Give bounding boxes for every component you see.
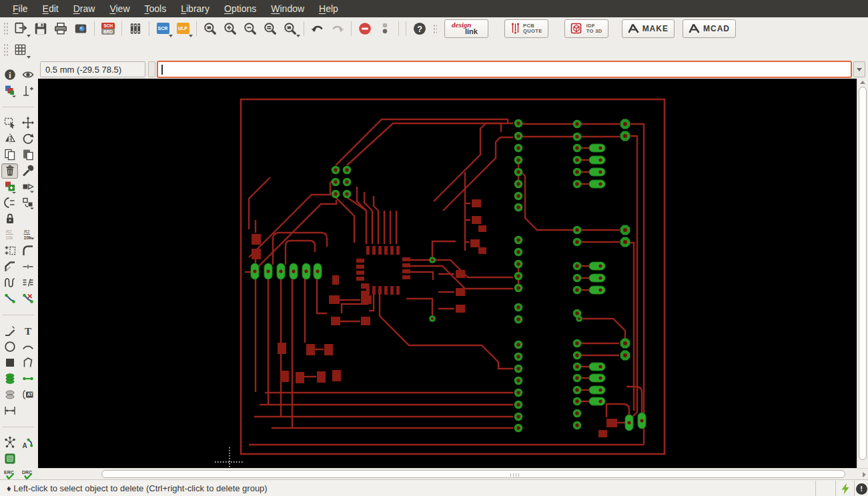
tool-text[interactable]: T — [19, 323, 36, 339]
tool-change[interactable] — [19, 163, 36, 179]
switch-sch-brd-button[interactable]: SCH BRD — [98, 19, 118, 38]
tool-ratsnest[interactable] — [1, 435, 18, 451]
tool-dimension[interactable] — [1, 403, 18, 419]
tool-split[interactable] — [1, 259, 18, 275]
scroll-right-arrow-icon[interactable] — [863, 472, 866, 477]
tool-meander[interactable] — [1, 275, 18, 291]
menu-view[interactable]: View — [102, 0, 137, 17]
run-ulp-button[interactable]: ULP — [173, 19, 193, 38]
save-button[interactable] — [31, 19, 51, 38]
design-link-button[interactable]: design link — [444, 19, 488, 38]
tool-signal[interactable] — [19, 371, 36, 387]
idf-to-3d-button[interactable]: IDF TO 3D — [564, 19, 608, 38]
undo-button[interactable] — [308, 19, 328, 38]
toolbar-drag-handle[interactable] — [3, 22, 9, 35]
tool-name[interactable]: R210k — [1, 227, 18, 243]
status-error-indicator[interactable]: ! — [854, 481, 868, 496]
tool-design-rules[interactable] — [1, 451, 18, 467]
wire-icon — [3, 324, 17, 337]
tool-smash[interactable] — [1, 243, 18, 259]
zoom-in-button[interactable] — [220, 19, 240, 38]
tool-ripup[interactable] — [19, 291, 36, 307]
menu-help[interactable]: Help — [312, 0, 346, 17]
toolbar-separator — [196, 21, 197, 36]
tool-mirror[interactable] — [1, 131, 18, 147]
tool-delete[interactable] — [1, 163, 18, 179]
library-manager-button[interactable] — [125, 19, 145, 38]
tool-optimize[interactable] — [19, 259, 36, 275]
tool-show[interactable] — [19, 67, 36, 83]
tool-paste[interactable] — [19, 147, 36, 163]
menu-file[interactable]: File — [5, 0, 35, 17]
command-input[interactable] — [157, 61, 852, 78]
help-icon: ? — [412, 21, 427, 36]
tool-route[interactable] — [1, 291, 18, 307]
open-document-icon — [13, 21, 28, 36]
export-image-button[interactable] — [71, 19, 91, 38]
tool-order[interactable] — [19, 275, 36, 291]
tool-copy[interactable] — [1, 147, 18, 163]
tool-mark[interactable] — [19, 83, 36, 99]
pcb-quote-button[interactable]: PCB QUOTE — [504, 19, 548, 38]
horizontal-scrollbar-thumb[interactable] — [101, 470, 845, 478]
board-canvas[interactable] — [38, 79, 857, 468]
tool-info[interactable]: i — [1, 67, 18, 83]
menu-edit[interactable]: Edit — [35, 0, 66, 17]
tool-rotate[interactable] — [19, 131, 36, 147]
zoom-out-button[interactable] — [240, 19, 260, 38]
command-history-dropdown[interactable] — [853, 61, 865, 77]
zoom-select-button[interactable] — [260, 19, 280, 38]
tool-hole[interactable] — [1, 387, 18, 403]
tool-arc[interactable] — [19, 339, 36, 355]
tool-polygon[interactable] — [19, 355, 36, 371]
tool-move[interactable] — [19, 115, 36, 131]
help-button[interactable]: ? — [410, 19, 430, 38]
gateswap-icon — [21, 196, 35, 209]
mcad-button[interactable]: MCAD — [683, 19, 736, 38]
tool-lock[interactable] — [1, 211, 18, 227]
menu-options[interactable]: Options — [217, 0, 264, 17]
tool-attribute[interactable]: AT — [19, 387, 36, 403]
redo-button[interactable] — [328, 19, 348, 38]
hole-icon — [3, 388, 17, 401]
menu-tools[interactable]: Tools — [137, 0, 174, 17]
tool-wire[interactable] — [1, 323, 18, 339]
tool-autoroute[interactable]: A — [19, 435, 36, 451]
scroll-up-arrow-icon[interactable] — [860, 81, 865, 84]
open-board-button[interactable] — [11, 19, 31, 38]
menu-draw[interactable]: Draw — [66, 0, 103, 17]
toolbar-drag-handle[interactable] — [3, 43, 9, 57]
status-sync-indicator[interactable] — [835, 481, 854, 496]
toolbar-splitter[interactable] — [148, 61, 155, 77]
tool-pinswap[interactable] — [1, 195, 18, 211]
svg-text:T: T — [24, 326, 31, 337]
idf-3d-cube-icon — [570, 22, 584, 35]
command-options-button[interactable] — [375, 19, 395, 38]
tool-display-layers[interactable] — [1, 83, 18, 99]
vertical-scrollbar-thumb[interactable] — [859, 87, 867, 460]
stop-command-button[interactable] — [355, 19, 375, 38]
print-button[interactable] — [51, 19, 71, 38]
tool-value[interactable]: R210k — [19, 227, 36, 243]
order-icon — [21, 276, 35, 289]
tool-via[interactable] — [1, 371, 18, 387]
grid-settings-button[interactable] — [11, 41, 31, 59]
vertical-scrollbar[interactable] — [857, 79, 868, 468]
zoom-fit-button[interactable] — [200, 19, 220, 38]
make-button[interactable]: MAKE — [622, 19, 675, 38]
tool-miter[interactable] — [19, 243, 36, 259]
horizontal-scrollbar[interactable] — [38, 468, 868, 479]
menu-window[interactable]: Window — [264, 0, 312, 17]
tool-circle[interactable] — [1, 339, 18, 355]
menu-library[interactable]: Library — [173, 0, 217, 17]
zoom-redraw-button[interactable] — [280, 19, 300, 38]
run-script-button[interactable]: SCR — [153, 19, 173, 38]
tool-add-part[interactable] — [1, 179, 18, 195]
tool-replace[interactable] — [19, 179, 36, 195]
tool-gateswap[interactable] — [19, 195, 36, 211]
tool-rect[interactable] — [1, 355, 18, 371]
toolbar-drag-handle[interactable] — [433, 24, 437, 33]
signal-icon — [21, 372, 35, 385]
command-row: 0.5 mm (-29.5 78.5) — [0, 60, 868, 79]
tool-group[interactable] — [1, 115, 18, 131]
